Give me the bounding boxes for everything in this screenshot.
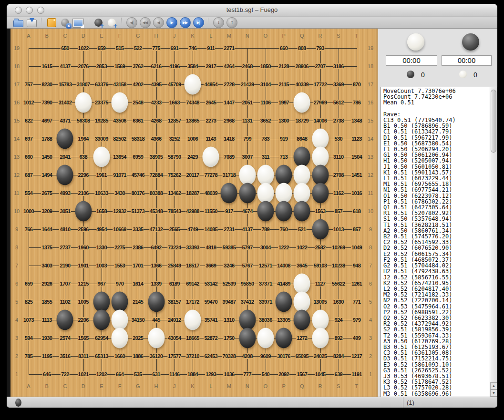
move-count-K1[interactable]: 1884 [187,371,198,377]
move-count-A3[interactable]: 594 [24,335,33,341]
black-stone-N3[interactable] [239,328,256,348]
move-count-J1[interactable]: 1146 [169,371,180,377]
move-count-L10[interactable]: 11550 [204,208,218,214]
move-count-P4[interactable]: 13305 [277,317,291,323]
move-count-G9[interactable]: 3335 [132,226,144,232]
move-count-N10[interactable]: 4674 [242,208,253,214]
move-count-H19[interactable]: 775 [152,45,161,51]
move-count-G10[interactable]: 51373 [131,208,145,214]
white-stone-H3[interactable] [148,328,165,348]
white-stone-F4[interactable] [112,310,128,330]
white-stone-O12[interactable] [257,165,274,185]
move-count-R1[interactable]: 1045 [314,371,326,377]
fast-rewind-button[interactable]: ◀◀ [139,17,151,28]
move-count-C15[interactable]: 4371 [59,118,71,123]
move-count-G5[interactable]: 2145 [132,299,144,305]
move-count-K18[interactable]: 3584 [187,63,198,69]
white-stone-P11[interactable] [276,183,292,204]
move-count-A6[interactable]: 659 [24,281,33,287]
move-count-S11[interactable]: 1162 [333,190,344,196]
stats-scrollbar[interactable]: ▲ ▼ [490,87,497,397]
move-count-S16[interactable]: 5612 [333,100,344,105]
white-clock-field[interactable]: 00:00 [386,55,437,66]
move-count-M5[interactable]: 39487 [222,299,237,305]
move-count-L18[interactable]: 2917 [205,63,216,69]
move-count-H17[interactable]: 4395 [150,82,162,87]
move-count-K7[interactable]: 18517 [185,263,200,268]
move-count-L11[interactable]: 48039 [204,190,218,196]
move-count-T13[interactable]: 1504 [351,154,362,160]
move-count-D11[interactable]: 2106 [78,190,89,196]
move-count-B13[interactable]: 1450 [41,154,52,160]
move-count-K3[interactable]: 18665 [185,335,200,341]
move-count-Q7[interactable]: 3645 [296,263,308,268]
move-count-N9[interactable]: 4137 [242,226,253,232]
move-count-K6[interactable]: 69142 [185,281,200,287]
move-count-F2[interactable]: 1660 [114,353,125,359]
black-stone-C14[interactable] [57,129,73,149]
black-stone-N11[interactable] [239,183,256,204]
white-stone-Q12[interactable] [294,165,310,185]
move-count-G8[interactable]: 2386 [132,245,144,250]
black-stone-P10[interactable] [276,201,292,222]
move-count-S6[interactable]: 55622 [331,281,346,287]
move-count-B11[interactable]: 2675 [41,190,52,196]
move-count-Q9[interactable]: 521 [298,226,307,232]
move-count-M13[interactable]: 7089 [223,154,235,160]
move-count-L1[interactable]: 1293 [205,371,216,377]
move-count-G19[interactable]: 522 [134,45,143,51]
move-count-E6[interactable]: 967 [97,281,106,287]
move-count-J7[interactable]: 25849 [167,263,182,268]
move-count-L8[interactable]: 4818 [205,245,216,250]
move-count-H16[interactable]: 4233 [150,100,162,105]
move-count-R7[interactable]: 59103 [313,263,328,268]
move-count-J15[interactable]: 12857 [167,118,182,123]
move-count-R5[interactable]: 13005 [313,299,328,305]
move-count-A16[interactable]: 1012 [23,100,34,105]
move-count-S10[interactable]: 857 [334,208,343,214]
move-count-Q8[interactable]: 1022 [296,245,308,250]
move-count-J9[interactable]: 2565 [169,226,180,232]
move-count-E16[interactable]: 23375 [94,100,109,105]
move-count-N7[interactable]: 5767 [242,263,253,268]
move-count-R17[interactable]: 17722 [313,82,328,87]
move-count-H6[interactable]: 1339 [150,281,162,287]
move-count-T15[interactable]: 1348 [351,118,362,123]
move-count-H12[interactable]: 72884 [149,172,164,178]
black-stone-P12[interactable] [276,165,292,185]
add-white-stone-button[interactable]: + [105,17,118,28]
move-count-D17[interactable]: 31807 [76,82,91,87]
move-count-N14[interactable]: 799 [243,136,252,142]
move-count-S17[interactable]: 3369 [333,82,344,87]
move-count-J18[interactable]: 4196 [169,63,180,69]
move-count-C19[interactable]: 650 [61,45,70,51]
new-board-button[interactable] [45,17,58,28]
white-stone-Q6[interactable] [294,274,310,294]
move-count-S14[interactable]: 530 [334,136,343,142]
move-count-D2[interactable]: 8311 [78,353,89,359]
move-count-H7[interactable]: 1366 [150,263,162,268]
fast-forward-button[interactable]: ▶▶ [179,17,191,28]
move-count-T1[interactable]: 1191 [351,371,362,377]
move-count-C16[interactable]: 31402 [58,100,72,105]
move-count-L6[interactable]: 53142 [204,281,218,287]
move-count-S18[interactable]: 3186 [333,63,344,69]
forward-button[interactable]: ▶ [165,17,178,28]
move-count-T11[interactable]: 1016 [351,190,362,196]
move-count-O18[interactable]: 1850 [260,63,271,69]
move-count-J10[interactable]: 78543 [167,208,182,214]
move-count-Q2[interactable]: 65095 [295,353,309,359]
move-count-L19[interactable]: 911 [206,45,215,51]
black-stone-R11[interactable] [312,183,329,204]
white-stone-D16[interactable] [75,92,92,113]
move-count-M9[interactable]: 2731 [223,226,235,232]
move-count-E18[interactable]: 2853 [96,63,107,69]
move-count-J14[interactable]: 3252 [169,136,180,142]
move-count-L15[interactable]: 2273 [205,118,216,123]
move-count-P17[interactable]: 2115 [278,82,289,87]
move-count-F14[interactable]: 82502 [113,136,127,142]
black-stone-R12[interactable] [312,165,329,185]
move-count-K8[interactable]: 33393 [185,245,200,250]
white-stone-L13[interactable] [203,147,219,167]
move-count-Q15[interactable]: 18729 [295,118,309,123]
